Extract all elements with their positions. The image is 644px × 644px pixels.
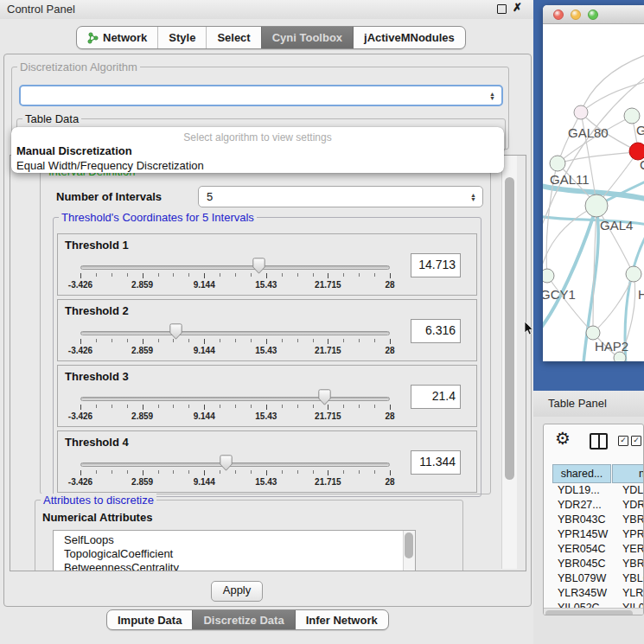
settings-scroll-panel: Interval Definition Number of Intervals … [10, 155, 526, 571]
threshold-panel-1: Threshold 1-3.4262.8599.14415.4321.71528… [57, 233, 477, 296]
tab-style[interactable]: Style [157, 27, 206, 48]
table-cell[interactable]: YER0 [622, 542, 644, 557]
slider-track[interactable] [80, 462, 390, 467]
window-zoom-button[interactable] [588, 10, 598, 20]
minor-tick [359, 339, 360, 342]
hap2-node[interactable] [586, 326, 600, 340]
minor-tick [374, 405, 375, 408]
gal4-node[interactable] [585, 194, 608, 217]
minor-tick [127, 405, 128, 408]
minor-tick [251, 339, 252, 342]
numerical-attributes-list[interactable]: SelfLoopsTopologicalCoefficientBetweenne… [53, 530, 416, 571]
attribute-list-scrollbar[interactable] [403, 531, 415, 571]
major-tick [328, 273, 328, 278]
slider-track[interactable] [80, 397, 390, 401]
number-of-intervals-combobox[interactable]: 5 ▲▼ [198, 186, 483, 207]
tab-discretize-data[interactable]: Discretize Data [192, 610, 294, 629]
major-tick [143, 405, 143, 410]
slider-track[interactable] [80, 331, 390, 335]
minor-tick [297, 339, 298, 342]
table-cell[interactable]: YBL0 [622, 571, 644, 586]
major-tick [266, 470, 267, 475]
minor-tick [235, 273, 236, 277]
window-close-button[interactable] [553, 10, 564, 20]
gcy1-node[interactable] [543, 269, 554, 283]
table-cell[interactable]: YLR345W [558, 586, 607, 601]
slider-thumb[interactable] [220, 455, 233, 471]
minor-tick [112, 273, 112, 277]
minor-tick [282, 339, 283, 342]
h-node[interactable] [626, 266, 641, 282]
table-cell[interactable]: YER054C [558, 542, 606, 557]
window-minimize-button[interactable] [571, 10, 581, 20]
close-icon[interactable]: ✗ [512, 3, 523, 14]
minor-tick [158, 405, 159, 408]
checkbox-checked-icon[interactable]: ✓ [618, 436, 628, 446]
gray-edge[interactable] [581, 54, 644, 112]
tab-select[interactable]: Select [206, 27, 260, 48]
table-cell[interactable]: YBR0 [622, 557, 644, 571]
slider-thumb[interactable] [318, 389, 331, 405]
table-cell[interactable]: YPR1 [622, 527, 644, 542]
minor-tick [112, 339, 112, 342]
attribute-item-topologicalcoefficient[interactable]: TopologicalCoefficient [54, 547, 415, 561]
checkbox-checked-icon[interactable]: ✓ [631, 436, 641, 446]
attribute-item-selfloops[interactable]: SelfLoops [54, 533, 415, 547]
table-cell[interactable]: YDL1 [622, 483, 644, 498]
threshold-value-input[interactable]: 14.713 [411, 253, 461, 277]
table-cell[interactable]: YBR0 [622, 513, 644, 527]
threshold-label: Threshold 4 [65, 436, 129, 449]
network-desktop: GAL80GACGAL11GAL4GCY1HHAP2 [533, 0, 644, 391]
tab-infer-network[interactable]: Infer Network [295, 610, 388, 629]
slider-thumb[interactable] [169, 323, 182, 340]
table-cell[interactable]: YLR3 [622, 586, 644, 601]
minor-tick [188, 470, 189, 474]
slider-thumb[interactable] [252, 258, 265, 274]
gal11-node[interactable] [550, 156, 565, 171]
column-header-1[interactable]: shared... [552, 464, 611, 483]
split-columns-icon[interactable] [590, 433, 608, 450]
tab-network[interactable]: Network [77, 27, 157, 48]
major-tick [80, 273, 81, 278]
threshold-value-input[interactable]: 6.316 [411, 319, 461, 343]
tab-impute-data[interactable]: Impute Data [107, 610, 192, 629]
minor-tick [235, 405, 236, 408]
gal80-node[interactable] [574, 105, 588, 119]
table-cell[interactable]: YDR2 [622, 498, 644, 513]
table-horizontal-scrollbar[interactable] [544, 608, 644, 615]
settings-scrollbar[interactable] [501, 156, 517, 569]
table-cell[interactable]: YBR043C [558, 513, 606, 527]
table-cell[interactable]: YDL19... [558, 483, 600, 498]
minor-tick [220, 273, 220, 277]
minor-tick [282, 273, 283, 277]
column-header-2[interactable]: na [612, 464, 644, 483]
gear-icon[interactable]: ⚙ [555, 428, 571, 449]
tab-cyni-toolbox[interactable]: Cyni Toolbox [261, 27, 353, 48]
apply-button[interactable]: Apply [211, 581, 263, 602]
minor-tick [112, 470, 112, 474]
threshold-value-input[interactable]: 11.344 [411, 450, 461, 475]
slider-track[interactable] [80, 265, 390, 270]
gray-edge[interactable] [547, 276, 591, 331]
major-tick [266, 273, 267, 278]
table-cell[interactable]: YPR145W [558, 527, 608, 542]
minor-tick [343, 273, 344, 277]
network-canvas[interactable]: GAL80GACGAL11GAL4GCY1HHAP2 [543, 24, 644, 361]
table-cell[interactable]: YBL079W [558, 571, 606, 586]
dropdown-option-equal-width-frequency-discretization[interactable]: Equal Width/Frequency Discretization [11, 158, 504, 173]
top-right-node[interactable] [624, 108, 640, 124]
float-window-icon[interactable] [496, 4, 507, 16]
dropdown-option-manual-discretization[interactable]: Manual Discretization [11, 143, 504, 158]
tab-jactivemnodules[interactable]: jActiveMNodules [353, 27, 465, 48]
minor-tick [343, 339, 344, 342]
tick-label: 28 [364, 346, 416, 355]
threshold-value-input[interactable]: 21.4 [411, 385, 461, 409]
table-cell[interactable]: YDR27... [558, 498, 602, 513]
network-icon [87, 32, 99, 44]
attribute-item-betweennesscentrality[interactable]: BetweennessCentrality [54, 561, 415, 571]
node-label-gal11: GAL11 [550, 172, 590, 187]
minor-tick [188, 273, 189, 277]
table-cell[interactable]: YBR045C [558, 557, 606, 571]
major-tick [204, 470, 205, 475]
algorithm-combobox[interactable]: ▲▼ [19, 85, 503, 106]
